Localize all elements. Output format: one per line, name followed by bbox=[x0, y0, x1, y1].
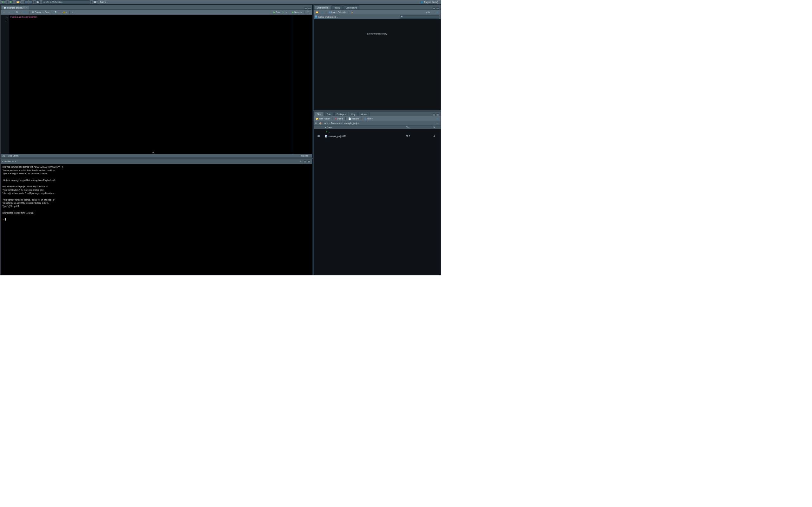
find-button[interactable]: 🔍▾ bbox=[53, 10, 60, 14]
save-source-button[interactable]: ▤ bbox=[22, 10, 28, 14]
file-type-indicator[interactable]: R Script ‣ bbox=[301, 155, 310, 157]
folder-open-icon: 📂 bbox=[316, 11, 318, 14]
outline-button[interactable]: ☰ bbox=[306, 10, 311, 14]
run-button[interactable]: ▶Run bbox=[272, 10, 281, 14]
view-mode-button[interactable]: ≡ List▾ bbox=[425, 10, 433, 14]
popout-icon: ⎘ bbox=[16, 11, 18, 14]
magnifier-icon: 🔍 bbox=[55, 11, 57, 14]
crumb-folder[interactable]: example_project bbox=[344, 122, 359, 124]
row-checkbox[interactable] bbox=[317, 135, 320, 137]
rerun-button[interactable]: ↻▾ bbox=[281, 10, 288, 14]
folder-open-icon: 📂 bbox=[16, 1, 19, 3]
console-output[interactable]: R is free software and comes with ABSOLU… bbox=[1, 164, 312, 275]
chevron-down-icon: ▾ bbox=[286, 11, 287, 13]
env-search-input[interactable] bbox=[400, 15, 439, 19]
chevron-down-icon: ▾ bbox=[301, 11, 302, 13]
print-button[interactable]: 🖶 bbox=[36, 0, 39, 4]
show-in-new-window-button[interactable]: ⎘ bbox=[15, 10, 20, 14]
rename-button[interactable]: 📄 Rename bbox=[347, 117, 360, 120]
env-toolbar: 📂 ▤ ▦ Import Dataset▾ 🧹 ≡ List▾ ⟳ bbox=[314, 10, 441, 14]
code-text[interactable]: # This is an R script example bbox=[9, 15, 312, 154]
file-row-updir[interactable]: ⬆ .. bbox=[314, 129, 441, 134]
env-minimize-button[interactable] bbox=[433, 7, 436, 10]
console-maximize-button[interactable] bbox=[307, 160, 310, 163]
files-maximize-button[interactable] bbox=[436, 113, 439, 116]
chevron-down-icon: ▾ bbox=[107, 1, 107, 3]
compile-report-button[interactable]: ▭ bbox=[71, 10, 76, 14]
crumb-documents[interactable]: Documents bbox=[331, 122, 342, 124]
addins-menu[interactable]: Addins▾ bbox=[99, 0, 109, 4]
env-maximize-button[interactable] bbox=[436, 7, 439, 10]
more-button[interactable]: ⚙ More▾ bbox=[363, 117, 374, 120]
source-on-save-toggle[interactable]: Source on Save bbox=[31, 10, 51, 14]
save-all-button[interactable]: ▥ bbox=[29, 0, 33, 4]
open-file-button[interactable]: 📂▾ bbox=[15, 0, 21, 4]
save-button[interactable]: ▤ bbox=[24, 0, 28, 4]
source-maximize-button[interactable] bbox=[308, 7, 311, 10]
tab-packages[interactable]: Packages bbox=[334, 112, 348, 116]
arrow-right-icon: ➡ bbox=[8, 11, 10, 14]
breadcrumb-more-icon[interactable]: … bbox=[436, 122, 439, 124]
tab-viewer[interactable]: Viewer bbox=[358, 112, 369, 116]
console-minimize-button[interactable] bbox=[304, 160, 307, 163]
env-scope-label[interactable]: Global Environment ▾ bbox=[318, 16, 338, 18]
import-dataset-button[interactable]: ▦ Import Dataset▾ bbox=[328, 10, 347, 14]
files-minimize-button[interactable] bbox=[433, 113, 436, 116]
tab-environment[interactable]: Environment bbox=[314, 5, 331, 9]
save-workspace-button[interactable]: ▤ bbox=[320, 10, 325, 14]
run-icon: ▶ bbox=[273, 11, 275, 14]
refresh-files-button[interactable]: ⟳ bbox=[436, 117, 440, 120]
console-prompt: > bbox=[3, 218, 4, 221]
close-tab-icon[interactable]: × bbox=[26, 7, 27, 9]
env-empty-message: Environment is empty bbox=[314, 19, 441, 110]
chevron-down-icon: ▾ bbox=[59, 11, 59, 13]
tab-files[interactable]: Files bbox=[314, 112, 323, 116]
sort-asc-icon[interactable]: ▲ bbox=[325, 126, 326, 128]
tab-help[interactable]: Help bbox=[349, 112, 358, 116]
load-workspace-button[interactable]: 📂 bbox=[315, 10, 320, 14]
file-list: ⬆ .. example_project.R 30 B A bbox=[314, 129, 441, 275]
source-tab-label: example_project.R bbox=[7, 7, 24, 9]
new-folder-button[interactable]: 📁 New Folder bbox=[315, 117, 331, 120]
rename-icon: 📄 bbox=[348, 117, 351, 120]
cursor-position: 2:1 bbox=[3, 155, 5, 157]
notebook-icon: ▭ bbox=[72, 11, 74, 14]
refresh-env-button[interactable]: ⟳ bbox=[436, 10, 440, 14]
code-editor[interactable]: 1 2 # This is an R script example ↖ bbox=[1, 15, 312, 154]
console-cwd: ~/ bbox=[12, 160, 14, 163]
nav-fwd-button[interactable]: ➡ bbox=[7, 10, 12, 14]
goto-file-function-input[interactable]: ➦ Go to file/function bbox=[42, 0, 90, 4]
new-file-button[interactable]: ✚▾ bbox=[1, 0, 6, 4]
source-tab-file[interactable]: example_project.R × bbox=[1, 5, 29, 9]
tab-history[interactable]: History bbox=[332, 5, 343, 9]
delete-button[interactable]: ✖ Delete bbox=[334, 117, 344, 120]
tab-plots[interactable]: Plots bbox=[324, 112, 334, 116]
source-minimize-button[interactable] bbox=[304, 7, 307, 10]
new-project-button[interactable]: ✚ bbox=[9, 0, 13, 4]
source-script-button[interactable]: ▶Source▾ bbox=[291, 10, 303, 14]
select-all-checkbox[interactable] bbox=[315, 122, 317, 124]
search-icon: 🔍 bbox=[401, 15, 403, 18]
chevron-down-icon: ▾ bbox=[66, 11, 67, 13]
console-popout-icon[interactable]: ⇱ bbox=[15, 160, 17, 163]
nav-back-button[interactable]: ⬅ bbox=[2, 10, 7, 14]
project-menu[interactable]: Project: (None) ▾ bbox=[420, 1, 439, 3]
tab-connections[interactable]: Connections bbox=[343, 5, 359, 9]
clear-console-icon[interactable]: ✎ bbox=[300, 160, 302, 163]
r-file-icon bbox=[325, 135, 328, 137]
source-icon: ▶ bbox=[292, 11, 294, 14]
files-toolbar: 📁 New Folder ✖ Delete 📄 Rename ⚙ More▾ ⟳ bbox=[314, 116, 441, 121]
crumb-home[interactable]: Home bbox=[323, 122, 328, 124]
files-breadcrumb: 🏠 Home › Documents › example_project … bbox=[314, 121, 441, 125]
home-icon[interactable]: 🏠 bbox=[319, 122, 322, 124]
clear-env-button[interactable]: 🧹 bbox=[350, 10, 355, 14]
delete-icon: ✖ bbox=[335, 117, 337, 120]
file-row[interactable]: example_project.R 30 B A bbox=[314, 134, 441, 138]
code-tools-button[interactable]: ✨▾ bbox=[61, 10, 68, 14]
save-icon: ▤ bbox=[321, 11, 323, 14]
chevron-down-icon: ▾ bbox=[4, 1, 5, 3]
up-folder-icon: ⬆ bbox=[326, 130, 328, 133]
scope-indicator[interactable]: (Top Level) ‣ bbox=[8, 155, 20, 157]
panes-button[interactable]: ▦▾ bbox=[93, 0, 98, 4]
source-pane: example_project.R × ⬅ ➡ ⎘ ▤ bbox=[0, 5, 312, 158]
